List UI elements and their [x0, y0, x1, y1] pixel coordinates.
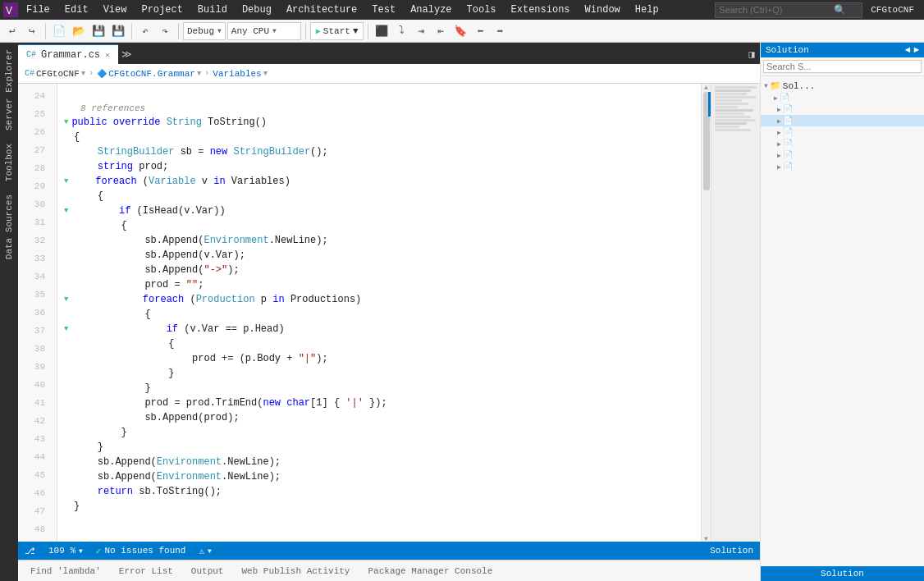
fold-37-icon[interactable]: ▼: [64, 292, 68, 307]
solution-footer-label[interactable]: Solution: [761, 566, 924, 581]
cpu-dropdown[interactable]: Any CPU ▼: [227, 22, 301, 40]
tree-item-1[interactable]: ▶ 📄: [761, 92, 924, 103]
cpu-arrow-icon: ▼: [272, 27, 277, 34]
next-nav-button[interactable]: ➡: [491, 22, 509, 40]
tree-item-3[interactable]: ▶ 📄: [761, 115, 924, 126]
fold-25-icon[interactable]: ▼: [64, 115, 68, 130]
code-minimap[interactable]: [711, 84, 760, 542]
tree-item-6[interactable]: ▶ 📄: [761, 149, 924, 161]
menu-architecture[interactable]: Architecture: [280, 2, 364, 17]
start-button[interactable]: ▶ Start ▼: [310, 22, 364, 40]
menu-project[interactable]: Project: [135, 2, 189, 17]
tab-overflow-button[interactable]: ≫: [118, 44, 135, 64]
status-branch: ⎇: [25, 546, 35, 556]
tab-web-publish[interactable]: Web Publish Activity: [232, 564, 359, 579]
code-line-26: {: [57, 130, 701, 144]
folder-icon: 📁: [770, 80, 781, 91]
vertical-scrollbar[interactable]: ▲ ▼: [701, 84, 711, 542]
path-member-label: Variables: [213, 69, 261, 79]
debug-config-dropdown[interactable]: Debug ▼: [183, 22, 226, 40]
fold-29-icon[interactable]: ▼: [64, 174, 68, 189]
redo-button[interactable]: ↷: [156, 22, 174, 40]
status-zoom[interactable]: 109 % ▼: [48, 546, 83, 556]
tab-output[interactable]: Output: [182, 564, 233, 579]
solution-panel-toggle[interactable]: ◨: [743, 44, 760, 64]
debug-config-label: Debug: [187, 26, 214, 36]
menu-extensions[interactable]: Extensions: [505, 2, 577, 17]
start-label: Start: [323, 26, 350, 36]
path-class-arrow[interactable]: ▼: [197, 70, 201, 78]
menu-debug[interactable]: Debug: [236, 2, 278, 17]
code-line-32: {: [57, 218, 701, 233]
tab-error-list[interactable]: Error List: [110, 564, 182, 579]
sol-nav-forward-button[interactable]: ►: [913, 45, 919, 55]
path-member-arrow[interactable]: ▼: [263, 70, 268, 78]
menu-tools[interactable]: Tools: [460, 2, 503, 17]
path-member[interactable]: Variables ▼: [209, 69, 271, 79]
sidebar-toolbox[interactable]: Toolbox: [1, 137, 17, 188]
tab-close-icon[interactable]: ✕: [105, 50, 110, 60]
fold-39-icon[interactable]: ▼: [64, 322, 68, 336]
menu-edit[interactable]: Edit: [58, 2, 95, 17]
menu-help[interactable]: Help: [629, 2, 666, 17]
tab-find-lambda[interactable]: Find 'lambda': [21, 564, 110, 579]
indent-button[interactable]: ⇥: [412, 22, 430, 40]
sidebar-data-sources[interactable]: Data Sources: [1, 188, 17, 266]
undo-button[interactable]: ↶: [136, 22, 154, 40]
tree-item-2[interactable]: ▶ 📄: [761, 103, 924, 115]
menu-search-box[interactable]: 🔍: [715, 2, 862, 18]
solution-search-input[interactable]: [763, 60, 922, 73]
code-view: 24 25 26 27 28 29 30 31 32 33 34 35 36 3…: [18, 84, 760, 542]
breakpoint-button[interactable]: ⬛: [373, 22, 391, 40]
open-file-button[interactable]: 📂: [70, 22, 88, 40]
new-file-button[interactable]: 📄: [50, 22, 68, 40]
editor-area: C# Grammar.cs ✕ ≫ ◨ C# CFGtoCNF ▼ › 🔷 CF…: [18, 43, 760, 581]
status-issues: ✓ No issues found: [96, 546, 186, 556]
tree-item-4[interactable]: ▶ 📄: [761, 126, 924, 138]
path-project[interactable]: C# CFGtoCNF ▼: [21, 69, 89, 79]
step-over-button[interactable]: ⤵: [392, 22, 410, 40]
tree-item-7[interactable]: ▶ 📄: [761, 161, 924, 172]
tree-item-solution[interactable]: ▼ 📁 Sol...: [761, 80, 924, 92]
menu-file[interactable]: File: [20, 2, 57, 17]
sidebar-server-explorer[interactable]: Server Explorer: [1, 43, 17, 137]
bookmark-button[interactable]: 🔖: [451, 22, 469, 40]
scroll-up-button[interactable]: ▲: [702, 84, 711, 90]
back-button[interactable]: ↩: [3, 22, 21, 40]
toolbar-separator-3: [178, 23, 179, 39]
debug-config-arrow-icon: ▼: [217, 27, 222, 34]
code-line-33: sb.Append( Environment .NewLine);: [57, 233, 701, 248]
menu-view[interactable]: View: [97, 2, 134, 17]
path-project-arrow[interactable]: ▼: [81, 70, 85, 78]
tree-arrow-icon: ▶: [774, 94, 778, 102]
menu-window[interactable]: Window: [579, 2, 627, 17]
start-arrow-icon: ▼: [353, 26, 359, 36]
menu-build[interactable]: Build: [191, 2, 234, 17]
warning-dropdown-icon[interactable]: ▼: [208, 547, 212, 555]
path-class[interactable]: 🔷 CFGtoCNF.Grammar ▼: [94, 69, 204, 79]
tab-grammar-cs[interactable]: C# Grammar.cs ✕: [18, 44, 118, 64]
save-all-button[interactable]: 💾: [109, 22, 127, 40]
forward-button[interactable]: ↪: [23, 22, 41, 40]
tree-arrow-icon: ▶: [777, 140, 781, 148]
outdent-button[interactable]: ⇤: [432, 22, 450, 40]
tab-package-manager[interactable]: Package Manager Console: [359, 564, 501, 579]
save-button[interactable]: 💾: [89, 22, 107, 40]
file-icon: 📄: [783, 127, 793, 137]
zoom-arrow-icon[interactable]: ▼: [79, 547, 83, 555]
code-line-45: sb.Append(prod);: [57, 410, 701, 425]
solution-explorer-header: Solution ◄ ►: [761, 43, 924, 57]
menu-analyze[interactable]: Analyze: [404, 2, 458, 17]
menu-search-input[interactable]: [719, 5, 834, 15]
code-editor[interactable]: 8 references ▼ public override String To…: [57, 84, 701, 542]
code-line-37: ▼ foreach ( Production p in Productions): [57, 292, 701, 307]
path-class-label: CFGtoCNF.Grammar: [108, 69, 195, 79]
path-bar: C# CFGtoCNF ▼ › 🔷 CFGtoCNF.Grammar ▼ › V…: [18, 64, 760, 84]
menu-test[interactable]: Test: [365, 2, 402, 17]
prev-nav-button[interactable]: ⬅: [471, 22, 489, 40]
sol-nav-back-button[interactable]: ◄: [905, 45, 911, 55]
fold-31-icon[interactable]: ▼: [64, 204, 68, 218]
tree-item-5[interactable]: ▶ 📄: [761, 138, 924, 149]
scroll-down-button[interactable]: ▼: [702, 535, 711, 542]
tree-arrow-icon: ▶: [777, 152, 781, 159]
